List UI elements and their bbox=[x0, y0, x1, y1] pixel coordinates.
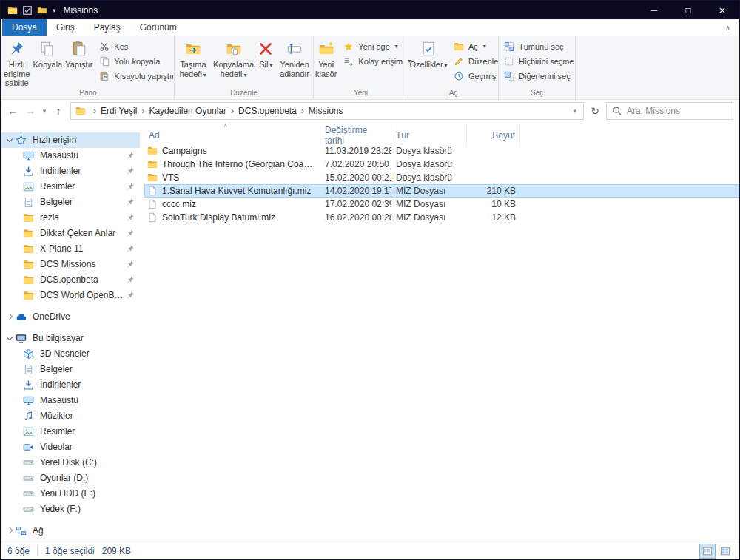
sidebar-item-indirilenler[interactable]: İndirilenler bbox=[1, 377, 140, 393]
breadcrumb-segment-dcs-openbeta[interactable]: DCS.openbeta bbox=[238, 106, 297, 116]
sidebar-item-dikkat-ceken-anlar[interactable]: Dikkat Çeken Anlar bbox=[1, 226, 140, 241]
collapse-ribbon-icon[interactable]: ∧ bbox=[725, 24, 730, 32]
sidebar-item-onedrive[interactable]: OneDrive bbox=[1, 309, 140, 325]
qat-properties-icon[interactable] bbox=[20, 3, 35, 18]
column-header-tur[interactable]: Tür bbox=[391, 125, 467, 146]
sidebar-item-bu-bilgisayar[interactable]: Bu bilgisayar bbox=[1, 331, 140, 346]
open-button[interactable]: Aç ▾ bbox=[450, 39, 501, 53]
menubar: DosyaGirişPaylaşGörünüm ∧ bbox=[1, 19, 739, 36]
copy-to-button[interactable]: Kopyalama hedefi▾ bbox=[212, 36, 256, 88]
select-all-button[interactable]: Tümünü seç bbox=[500, 39, 577, 53]
sidebar-item-belgeler[interactable]: Belgeler bbox=[1, 362, 140, 377]
maximize-button[interactable]: □ bbox=[671, 1, 705, 19]
breadcrumb-segment-missions[interactable]: Missions bbox=[309, 106, 343, 116]
address-dropdown-icon[interactable]: ▾ bbox=[571, 107, 579, 115]
search-box[interactable] bbox=[606, 102, 733, 120]
file-row-soloturk-display-batumi-miz[interactable]: SoloTurk Display Batumi.miz16.02.2020 00… bbox=[144, 211, 739, 224]
copy-path-button[interactable]: Yolu kopyala bbox=[95, 54, 177, 68]
ribbon-group-select: Tümünü seç Hiçbirini seçme Diğerlerini s… bbox=[499, 36, 576, 99]
invert-selection-button[interactable]: Diğerlerini seç bbox=[500, 69, 577, 83]
easy-access-button[interactable]: Kolay erişim ▾ bbox=[340, 54, 414, 68]
details-view-button[interactable] bbox=[700, 544, 715, 558]
sidebar-item-oyunlar-d[interactable]: Oyunlar (D:) bbox=[1, 470, 140, 486]
edit-button[interactable]: Düzenle bbox=[450, 54, 501, 68]
sidebar-item-videolar[interactable]: Videolar bbox=[1, 439, 140, 455]
up-button[interactable]: ↑ bbox=[50, 102, 67, 120]
address-bar[interactable]: ›Erdi Yeşil›Kaydedilen Oyunlar›DCS.openb… bbox=[70, 102, 584, 120]
sidebar-item-label: İndirilenler bbox=[40, 166, 126, 176]
file-row-campaigns[interactable]: Campaigns11.03.2019 23:28Dosya klasörü bbox=[144, 144, 739, 158]
qat-new-folder-icon[interactable] bbox=[35, 3, 50, 18]
sidebar-item-label: Oyunlar (D:) bbox=[40, 473, 135, 483]
sidebar-item-resimler[interactable]: Resimler bbox=[1, 179, 140, 195]
sidebar-item-3d-nesneler[interactable]: 3D Nesneler bbox=[1, 346, 140, 362]
file-date-cell: 11.03.2019 23:28 bbox=[320, 146, 391, 156]
menu-tab-gorunum[interactable]: Görünüm bbox=[130, 19, 186, 36]
sidebar-item-belgeler[interactable]: Belgeler bbox=[1, 195, 140, 210]
sidebar-item-ag[interactable]: Ağ bbox=[1, 523, 140, 539]
new-folder-button[interactable]: Yeni klasör bbox=[314, 36, 338, 88]
sidebar-item-resimler[interactable]: Resimler bbox=[1, 424, 140, 439]
chevron-down-icon[interactable] bbox=[5, 135, 14, 144]
copy-label: Kopyala bbox=[33, 60, 62, 70]
file-row-through-the-inferno-georgian-coast-v1[interactable]: Through The Inferno (Georgian Coast) v1.… bbox=[144, 158, 739, 171]
paste-shortcut-button[interactable]: Kısayolu yapıştır bbox=[95, 69, 177, 83]
column-header-boyut[interactable]: Boyut bbox=[467, 125, 520, 146]
column-header-ad[interactable]: ∧Ad bbox=[144, 125, 320, 146]
sidebar-item-dcs-openbeta[interactable]: DCS.openbeta bbox=[1, 272, 140, 288]
chevron-spacer bbox=[13, 473, 21, 482]
sidebar-item-masaustu[interactable]: Masaüstü bbox=[1, 393, 140, 408]
column-header-degistirme-tarihi[interactable]: Değiştirme tarihi bbox=[320, 125, 391, 146]
column-headers: ∧AdDeğiştirme tarihiTürBoyut bbox=[144, 125, 739, 140]
history-button[interactable]: Geçmiş bbox=[450, 69, 501, 83]
pin-icon bbox=[126, 275, 135, 285]
sidebar-item-masaustu[interactable]: Masaüstü bbox=[1, 148, 140, 163]
qat-dropdown-icon[interactable]: ▾ bbox=[53, 7, 56, 14]
file-row-cccc-miz[interactable]: cccc.miz17.02.2020 02:39MIZ Dosyası10 KB bbox=[144, 198, 739, 211]
sidebar-item-dcs-world-openbeta[interactable]: DCS World OpenBeta bbox=[1, 288, 140, 303]
sidebar-item-muzikler[interactable]: Müzikler bbox=[1, 408, 140, 424]
file-row-vts[interactable]: VTS15.02.2020 00:21Dosya klasörü bbox=[144, 171, 739, 184]
paste-button[interactable]: Yapıştır bbox=[64, 36, 94, 88]
close-button[interactable]: × bbox=[705, 1, 739, 19]
sidebar-item-indirilenler[interactable]: İndirilenler bbox=[1, 163, 140, 179]
chevron-spacer bbox=[13, 442, 21, 451]
sidebar-item-rezia[interactable]: rezia bbox=[1, 210, 140, 226]
chevron-down-icon[interactable] bbox=[5, 334, 14, 343]
thumbnails-view-button[interactable] bbox=[718, 544, 733, 558]
sidebar-item-label: Yerel Disk (C:) bbox=[40, 457, 135, 468]
chevron-right-icon[interactable] bbox=[5, 312, 14, 321]
file-row-1-sanal-hava-kuvvet-komutanligi-miz[interactable]: 1.Sanal Hava Kuvvet Komutanlığı.miz14.02… bbox=[144, 184, 739, 198]
sidebar-item-yerel-disk-c[interactable]: Yerel Disk (C:) bbox=[1, 455, 140, 470]
sidebar-item-label: Dikkat Çeken Anlar bbox=[40, 228, 126, 238]
sidebar-item-yedek-f[interactable]: Yedek (F:) bbox=[1, 502, 140, 517]
properties-button[interactable]: Özellikler▾ bbox=[408, 36, 448, 88]
menu-tab-giris[interactable]: Giriş bbox=[47, 19, 84, 36]
sidebar-item-yeni-hdd-e[interactable]: Yeni HDD (E:) bbox=[1, 486, 140, 502]
copy-button[interactable]: Kopyala bbox=[31, 36, 64, 88]
sidebar-item-x-plane-11[interactable]: X-Plane 11 bbox=[1, 241, 140, 257]
recent-locations-dropdown-icon[interactable]: ▾ bbox=[39, 102, 50, 120]
file-date-cell: 15.02.2020 00:21 bbox=[320, 172, 391, 183]
chevron-spacer bbox=[13, 458, 21, 467]
new-item-button[interactable]: Yeni öğe ▾ bbox=[340, 39, 414, 53]
cut-button[interactable]: Kes bbox=[95, 39, 177, 53]
pin-to-quick-access-button[interactable]: Hızlı erişime sabitle bbox=[2, 36, 31, 88]
search-input[interactable] bbox=[627, 106, 728, 116]
delete-button[interactable]: Sil▾ bbox=[255, 36, 276, 88]
forward-button[interactable]: → bbox=[21, 102, 39, 120]
refresh-button[interactable]: ↻ bbox=[587, 103, 603, 119]
sidebar-item-dcs-missions[interactable]: DCS Missions bbox=[1, 257, 140, 272]
address-toolbar: ← → ▾ ↑ ›Erdi Yeşil›Kaydedilen Oyunlar›D… bbox=[1, 100, 739, 122]
chevron-right-icon[interactable] bbox=[5, 526, 14, 535]
rename-button[interactable]: Yeniden adlandır bbox=[276, 36, 313, 88]
back-button[interactable]: ← bbox=[4, 102, 21, 120]
move-to-button[interactable]: Taşıma hedefi▾ bbox=[175, 36, 212, 88]
sidebar-item-hizli-erisim[interactable]: Hızlı erişim bbox=[1, 132, 140, 148]
menu-tab-paylas[interactable]: Paylaş bbox=[84, 19, 130, 36]
minimize-button[interactable]: ─ bbox=[637, 1, 671, 19]
breadcrumb-segment-kaydedilen-oyunlar[interactable]: Kaydedilen Oyunlar bbox=[149, 106, 226, 116]
breadcrumb-segment-erdi-yesil[interactable]: Erdi Yeşil bbox=[101, 106, 137, 116]
select-none-button[interactable]: Hiçbirini seçme bbox=[500, 54, 577, 68]
menu-tab-dosya[interactable]: Dosya bbox=[2, 19, 47, 36]
